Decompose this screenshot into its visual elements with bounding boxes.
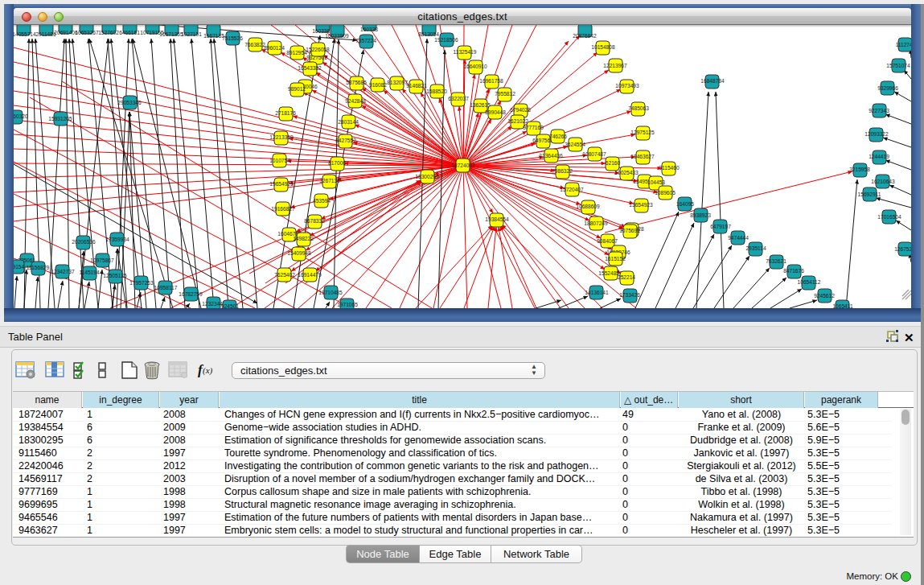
svg-text:6322037: 6322037 (448, 96, 469, 101)
svg-text:2011486: 2011486 (35, 31, 56, 37)
svg-text:17016504: 17016504 (877, 214, 901, 220)
svg-text:9242848: 9242848 (345, 98, 366, 104)
svg-text:11156829: 11156829 (27, 265, 50, 270)
svg-text:1089605: 1089605 (655, 190, 676, 196)
svg-text:15720407: 15720407 (560, 187, 584, 192)
svg-text:7632621: 7632621 (766, 258, 786, 264)
svg-text:1362615: 1362615 (470, 102, 491, 108)
svg-text:164095: 164095 (676, 201, 694, 207)
svg-text:924501: 924501 (221, 303, 239, 308)
svg-text:15751074: 15751074 (886, 63, 910, 68)
svg-text:1010754: 1010754 (269, 158, 290, 163)
svg-text:10958117: 10958117 (154, 285, 178, 290)
svg-text:16543382: 16543382 (298, 65, 322, 71)
svg-text:1527602: 1527602 (98, 30, 119, 35)
svg-text:10025433: 10025433 (614, 170, 639, 175)
svg-text:9245612: 9245612 (814, 293, 835, 299)
svg-text:8912954: 8912954 (286, 50, 307, 56)
svg-text:1145194: 1145194 (79, 270, 100, 275)
svg-text:16961758: 16961758 (479, 78, 503, 84)
svg-text:7625402: 7625402 (274, 272, 295, 278)
svg-text:1075692: 1075692 (619, 228, 640, 233)
svg-text:20876842: 20876842 (573, 33, 597, 39)
svg-text:19710485: 19710485 (318, 290, 343, 295)
svg-text:9474444: 9474444 (728, 235, 749, 241)
svg-text:26260320: 26260320 (14, 113, 28, 119)
svg-text:7515526: 7515526 (222, 35, 243, 41)
svg-text:62160: 62160 (606, 160, 621, 166)
svg-text:8938923: 8938923 (690, 212, 711, 218)
svg-text:1621022: 1621022 (507, 118, 528, 124)
svg-text:19166827: 19166827 (271, 206, 295, 212)
svg-text:16914479: 16914479 (298, 272, 322, 278)
svg-text:8427552: 8427552 (335, 138, 356, 143)
svg-text:14055714: 14055714 (14, 31, 36, 37)
svg-text:104453: 104453 (647, 179, 665, 185)
svg-text:160338: 160338 (360, 27, 378, 32)
svg-text:14136141: 14136141 (585, 290, 609, 295)
svg-text:12093322: 12093322 (864, 131, 889, 137)
svg-text:16640910: 16640910 (463, 64, 487, 69)
svg-text:1588520: 1588520 (426, 89, 447, 94)
svg-text:15226058: 15226058 (306, 47, 330, 52)
svg-text:16671355: 16671355 (159, 31, 183, 37)
svg-text:9146821: 9146821 (406, 83, 427, 89)
svg-text:16033809: 16033809 (325, 33, 349, 39)
svg-text:17957253: 17957253 (129, 280, 154, 286)
svg-text:1112740: 1112740 (896, 42, 911, 47)
svg-text:3267130: 3267130 (319, 178, 340, 183)
svg-text:15931205: 15931205 (48, 116, 72, 122)
svg-text:1971065: 1971065 (337, 302, 358, 307)
svg-text:7955812: 7955812 (495, 91, 515, 97)
svg-text:12213967: 12213967 (603, 63, 627, 68)
svg-text:7485063: 7485063 (628, 105, 649, 111)
svg-text:8813054: 8813054 (418, 31, 439, 37)
svg-text:10688609: 10688609 (576, 204, 600, 209)
svg-text:3624554: 3624554 (565, 142, 585, 147)
svg-text:7357224: 7357224 (355, 38, 376, 43)
svg-text:7663822: 7663822 (244, 42, 265, 47)
svg-text:8960124: 8960124 (264, 45, 285, 51)
svg-text:12342737: 12342737 (51, 269, 75, 274)
svg-text:746266: 746266 (549, 134, 567, 139)
svg-text:817006: 817006 (328, 160, 346, 166)
svg-text:19218506: 19218506 (434, 37, 458, 43)
svg-text:2803144: 2803144 (338, 119, 359, 125)
svg-text:6479197: 6479197 (710, 224, 731, 229)
svg-text:18724007: 18724007 (451, 163, 475, 168)
svg-text:3215958: 3215958 (849, 167, 870, 172)
svg-text:9084067: 9084067 (597, 238, 618, 244)
svg-text:1065411: 1065411 (832, 303, 853, 308)
svg-text:12505135: 12505135 (103, 273, 127, 278)
svg-text:2935114: 2935114 (745, 245, 766, 251)
svg-text:16782759: 16782759 (179, 291, 203, 297)
svg-text:8678332: 8678332 (304, 218, 325, 224)
svg-text:8471676: 8471676 (783, 268, 804, 274)
svg-text:10975867: 10975867 (90, 257, 114, 263)
svg-text:15409948: 15409948 (287, 250, 311, 256)
svg-text:12213369: 12213369 (269, 134, 294, 140)
svg-text:15692911: 15692911 (858, 192, 881, 197)
svg-text:16210643: 16210643 (871, 179, 895, 184)
svg-text:21364436: 21364436 (539, 153, 563, 159)
svg-text:16848784: 16848784 (700, 78, 725, 84)
svg-text:916082: 916082 (369, 82, 387, 88)
svg-text:13654923: 13654923 (629, 202, 653, 208)
svg-text:(x): (x) (203, 365, 213, 376)
svg-text:10653267: 10653267 (75, 30, 99, 35)
svg-text:18807249: 18807249 (584, 220, 608, 226)
svg-text:10973493: 10973493 (615, 83, 639, 89)
svg-text:453594: 453594 (313, 198, 331, 204)
svg-text:19384554: 19384554 (485, 216, 509, 222)
svg-text:1498222: 1498222 (293, 236, 314, 241)
svg-text:1244419: 1244419 (869, 154, 889, 159)
svg-text:19654923: 19654923 (269, 181, 294, 187)
svg-text:6794028: 6794028 (510, 107, 531, 113)
svg-text:39154: 39154 (14, 264, 24, 270)
svg-text:9777169: 9777169 (523, 125, 544, 130)
svg-text:2718176: 2718176 (275, 110, 296, 116)
svg-text:19463627: 19463627 (630, 154, 655, 159)
svg-text:9227343: 9227343 (869, 108, 889, 113)
svg-text:9329966: 9329966 (877, 85, 898, 91)
svg-text:7986322: 7986322 (552, 168, 573, 174)
